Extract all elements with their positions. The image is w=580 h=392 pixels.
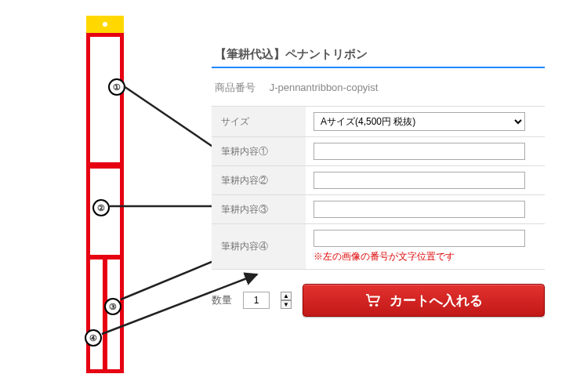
ribbon-panel-1 — [89, 36, 121, 163]
field-2-input[interactable] — [314, 172, 525, 189]
sku-label: 商品番号 — [215, 82, 256, 93]
size-select[interactable]: Aサイズ(4,500円 税抜) — [314, 112, 525, 131]
diagram-marker-2: ② — [92, 199, 110, 216]
qty-input[interactable] — [243, 292, 270, 309]
field-4-label: 筆耕内容④ — [212, 224, 306, 270]
qty-down-button[interactable]: ▼ — [281, 300, 292, 309]
add-to-cart-button[interactable]: カートへ入れる — [303, 284, 545, 317]
product-title: 【筆耕代込】ペナントリボン — [212, 47, 545, 67]
title-underline — [212, 67, 545, 68]
ribbon-hanger — [86, 16, 124, 33]
field-3-label: 筆耕内容③ — [212, 195, 306, 224]
product-panel: 【筆耕代込】ペナントリボン 商品番号 J-pennantribbon-copyi… — [212, 47, 545, 317]
field-1-input[interactable] — [314, 143, 525, 160]
cart-icon — [364, 293, 382, 307]
ribbon-diagram — [86, 16, 124, 373]
ribbon-panel-3 — [89, 259, 103, 370]
qty-label: 数量 — [212, 293, 232, 307]
field-4-input[interactable] — [314, 230, 525, 247]
field-2-label: 筆耕内容② — [212, 166, 306, 195]
sku-line: 商品番号 J-pennantribbon-copyist — [212, 81, 545, 95]
diagram-marker-1: ① — [108, 78, 125, 96]
svg-point-4 — [370, 304, 373, 307]
diagram-marker-3: ③ — [104, 298, 121, 315]
options-table: サイズ Aサイズ(4,500円 税抜) 筆耕内容① 筆耕内容② 筆耕内容③ — [212, 106, 545, 270]
sku-value: J-pennantribbon-copyist — [270, 82, 379, 93]
add-to-cart-label: カートへ入れる — [390, 292, 483, 310]
field-3-input[interactable] — [314, 201, 525, 218]
qty-up-button[interactable]: ▲ — [281, 292, 292, 300]
position-note: ※左の画像の番号が文字位置です — [314, 250, 537, 263]
size-label: サイズ — [212, 107, 306, 137]
svg-point-5 — [375, 304, 379, 307]
field-1-label: 筆耕内容① — [212, 137, 306, 166]
diagram-marker-4: ④ — [85, 329, 102, 347]
